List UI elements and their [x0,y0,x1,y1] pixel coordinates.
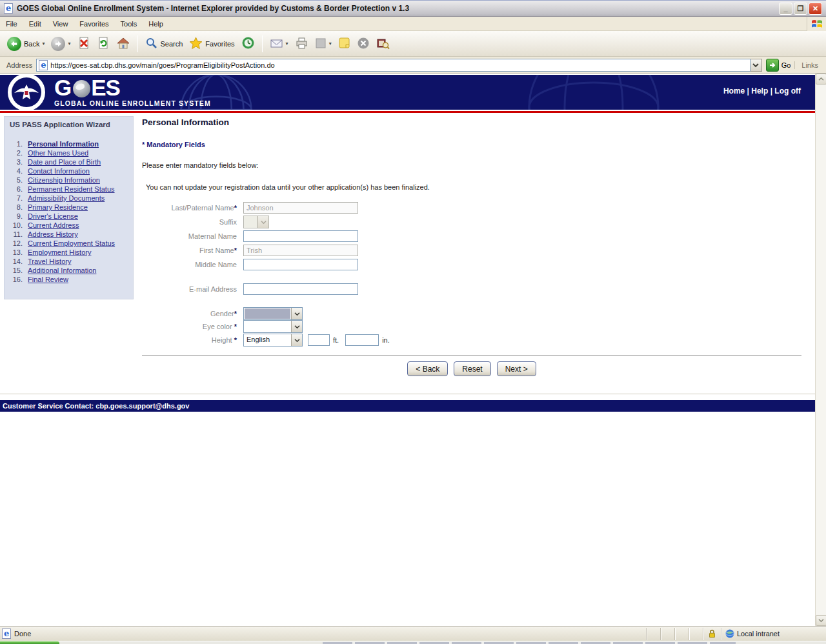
ie-logo-icon [4,3,13,14]
home-icon [116,37,130,51]
wizard-step-link[interactable]: Other Names Used [28,148,88,157]
maternal-name-label: Maternal Name [142,232,243,240]
select-value [244,216,257,228]
wizard-step-link[interactable]: Final Review [28,275,68,284]
middle-name-label: Middle Name [142,261,243,268]
step-number: 9. [10,212,28,221]
globe-icon [725,629,734,638]
wizard-step-drivers-license: 9.Driver's License [10,212,130,221]
menu-help[interactable]: Help [143,18,169,30]
back-nav-button[interactable]: < Back [407,361,448,376]
last-name-field[interactable] [243,202,358,214]
maternal-name-field[interactable] [243,230,358,242]
gender-select[interactable] [243,307,303,320]
height-inches-field[interactable] [345,334,379,346]
history-button[interactable] [238,34,258,53]
step-number: 16. [10,275,28,284]
nav-help-link[interactable]: Help [751,86,768,96]
eye-color-select[interactable] [243,320,303,333]
edit-button[interactable]: ▾ [312,35,335,52]
logo-subtitle: GLOBAL ONLINE ENROLLMENT SYSTEM [54,99,211,107]
research-button[interactable] [373,35,393,53]
restore-button[interactable]: ❐ [794,3,807,15]
home-button[interactable] [113,35,134,53]
stop-icon [77,36,90,52]
address-input[interactable]: https://goes-sat.cbp.dhs.gov/main/goes/P… [36,59,750,72]
wizard-step-link[interactable]: Admissibility Documents [28,194,105,203]
wizard-step-primary-residence: 8.Primary Residence [10,203,130,212]
wizard-step-link[interactable]: Date and Place of Birth [28,157,101,166]
menu-edit[interactable]: Edit [23,18,47,30]
go-arrow-icon [766,59,779,72]
mail-button[interactable]: ▾ [267,35,292,52]
messenger-button[interactable] [335,35,354,52]
wizard-step-link[interactable]: Contact Information [28,166,90,176]
refresh-button[interactable] [94,34,113,54]
page-done-icon [2,629,11,639]
wizard-title: US PASS Application Wizard [10,121,130,128]
wizard-step-link[interactable]: Address History [28,230,78,239]
wizard-step-link[interactable]: Additional Information [28,266,96,275]
step-number: 4. [10,166,28,176]
vertical-scrollbar[interactable] [815,74,826,626]
page-title: Personal Information [142,117,801,127]
search-button[interactable]: Search [142,35,186,53]
nav-logoff-link[interactable]: Log off [774,86,801,96]
label-text: Middle Name [195,261,237,268]
address-dropdown-icon[interactable] [750,59,762,72]
circle-x-icon [357,37,370,51]
stop-button[interactable] [74,34,94,54]
last-name-label: Last/Paternal Name* [142,204,243,212]
height-feet-field[interactable] [308,334,330,346]
edit-dropdown-icon[interactable]: ▾ [329,41,332,46]
wizard-step-link[interactable]: Permanent Resident Status [28,185,115,194]
wizard-step-link[interactable]: Citizenship Information [28,176,100,185]
back-button[interactable]: Back ▾ [4,35,48,53]
wizard-step-link[interactable]: Driver's License [28,212,78,221]
menu-file[interactable]: File [0,18,23,30]
forward-dropdown-icon[interactable]: ▾ [68,41,70,46]
gender-label: Gender* [142,310,243,317]
step-number: 15. [10,266,28,275]
back-dropdown-icon[interactable]: ▾ [42,41,45,46]
print-button[interactable] [292,35,312,53]
scroll-down-icon[interactable] [816,615,826,626]
go-button[interactable]: Go [766,59,791,72]
chevron-down-icon[interactable] [291,308,302,319]
wizard-step-link[interactable]: Personal Information [28,139,99,148]
first-name-field[interactable] [243,245,358,256]
menu-view[interactable]: View [47,18,74,30]
start-button-fragment [0,641,59,644]
wizard-step-link[interactable]: Current Employment Status [28,239,115,248]
close-button[interactable]: ✕ [809,3,822,15]
menu-tools[interactable]: Tools [115,18,143,30]
email-field[interactable] [243,283,358,295]
chevron-down-icon[interactable] [291,321,302,332]
chevron-down-icon[interactable] [257,216,268,228]
links-label[interactable]: Links [794,61,823,69]
refresh-icon [97,36,110,52]
toolbar: Back ▾ ▾ [0,31,826,57]
menu-favorites[interactable]: Favorites [74,18,114,30]
mail-dropdown-icon[interactable]: ▾ [286,41,288,46]
chevron-down-icon[interactable] [291,334,302,346]
wizard-step-link[interactable]: Employment History [28,248,91,257]
label-text: E-mail Address [189,285,237,293]
minimize-button[interactable]: _ [779,3,792,15]
form-row-height: Height * English ft. in. [142,333,801,347]
goes-header-banner: G ES GLOBAL ONLINE ENROLLMENT SYSTEM Hom… [0,75,815,110]
wizard-step-link[interactable]: Current Address [28,221,79,230]
favorites-button[interactable]: Favorites [186,35,237,53]
wizard-step-link[interactable]: Travel History [28,257,71,266]
reset-button[interactable]: Reset [454,361,490,376]
forward-button[interactable]: ▾ [48,35,74,53]
next-button[interactable]: Next > [497,361,536,376]
wizard-step-link[interactable]: Primary Residence [28,203,88,212]
middle-name-field[interactable] [243,259,358,270]
suffix-select[interactable] [243,216,269,228]
scroll-up-icon[interactable] [816,74,826,85]
height-unit-select[interactable]: English [243,334,303,347]
offline-button[interactable] [354,35,373,53]
step-number: 12. [10,239,28,248]
nav-home-link[interactable]: Home [723,86,745,96]
